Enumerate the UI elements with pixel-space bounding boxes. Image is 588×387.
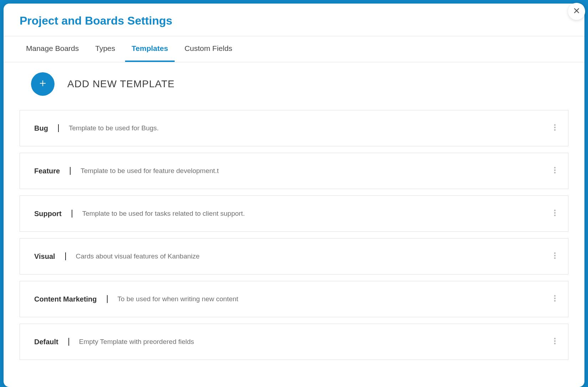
template-more-button[interactable] (550, 121, 559, 135)
template-more-button[interactable] (550, 249, 559, 263)
more-vertical-icon (554, 251, 556, 261)
more-vertical-icon (554, 123, 556, 133)
divider (65, 252, 66, 260)
template-row[interactable]: Bug Template to be used for Bugs. (20, 110, 568, 146)
svg-point-8 (554, 210, 556, 211)
more-vertical-icon (554, 294, 556, 304)
svg-point-14 (554, 295, 556, 297)
divider (68, 338, 69, 346)
tab-label: Custom Fields (185, 44, 232, 52)
template-description: Cards about visual features of Kanbanize (76, 252, 200, 260)
tab-custom-fields[interactable]: Custom Fields (178, 36, 239, 62)
template-info: Default Empty Template with preordered f… (34, 338, 194, 346)
tab-label: Manage Boards (26, 44, 79, 52)
divider (70, 167, 71, 175)
tab-label: Types (95, 44, 115, 52)
modal-title: Project and Boards Settings (20, 14, 568, 27)
more-vertical-icon (554, 166, 556, 176)
tab-types[interactable]: Types (89, 36, 122, 62)
template-info: Support Template to be used for tasks re… (34, 210, 245, 218)
template-more-button[interactable] (550, 206, 559, 221)
svg-point-16 (554, 300, 556, 302)
svg-point-13 (554, 257, 556, 259)
svg-point-7 (554, 172, 556, 173)
add-template-label: ADD NEW TEMPLATE (67, 78, 175, 90)
close-icon (573, 7, 581, 16)
svg-point-11 (554, 252, 556, 254)
template-info: Visual Cards about visual features of Ka… (34, 252, 200, 261)
template-info: Bug Template to be used for Bugs. (34, 124, 159, 132)
tab-label: Templates (131, 44, 168, 52)
tabs: Manage Boards Types Templates Custom Fie… (4, 36, 584, 62)
template-name: Default (34, 338, 58, 346)
templates-content: ADD NEW TEMPLATE Bug Template to be used… (4, 62, 584, 374)
template-row[interactable]: Support Template to be used for tasks re… (20, 195, 568, 232)
template-description: Template to be used for feature developm… (81, 167, 219, 175)
divider (58, 124, 59, 132)
settings-modal: Project and Boards Settings Manage Board… (4, 4, 584, 387)
template-more-button[interactable] (550, 164, 559, 178)
template-name: Support (34, 210, 62, 218)
svg-point-5 (554, 167, 556, 168)
template-description: Empty Template with preordered fields (79, 338, 194, 346)
template-name: Content Marketing (34, 295, 97, 303)
svg-point-15 (554, 298, 556, 299)
more-vertical-icon (554, 337, 556, 347)
template-list: Bug Template to be used for Bugs. Featur… (20, 110, 568, 360)
template-description: Template to be used for Bugs. (69, 124, 159, 132)
svg-point-9 (554, 212, 556, 214)
close-button[interactable] (568, 3, 585, 20)
divider (72, 210, 72, 218)
template-name: Feature (34, 167, 60, 175)
tab-templates[interactable]: Templates (125, 36, 174, 62)
template-row[interactable]: Visual Cards about visual features of Ka… (20, 238, 568, 274)
modal-header: Project and Boards Settings (4, 4, 584, 36)
svg-point-2 (554, 124, 556, 126)
svg-point-4 (554, 129, 556, 131)
template-info: Content Marketing To be used for when wr… (34, 295, 238, 303)
template-row[interactable]: Feature Template to be used for feature … (20, 153, 568, 189)
template-name: Bug (34, 124, 48, 132)
svg-point-17 (554, 338, 556, 339)
svg-point-6 (554, 169, 556, 171)
svg-point-12 (554, 255, 556, 256)
tab-manage-boards[interactable]: Manage Boards (20, 36, 85, 62)
svg-point-10 (554, 215, 556, 216)
plus-icon (38, 79, 47, 89)
svg-point-3 (554, 127, 556, 128)
template-info: Feature Template to be used for feature … (34, 167, 219, 175)
template-more-button[interactable] (550, 335, 559, 349)
more-vertical-icon (554, 209, 556, 219)
add-template-row: ADD NEW TEMPLATE (20, 72, 568, 96)
template-name: Visual (34, 252, 55, 261)
divider (107, 295, 108, 303)
template-more-button[interactable] (550, 292, 559, 306)
svg-point-18 (554, 340, 556, 342)
template-description: To be used for when writing new content (118, 295, 238, 303)
template-row[interactable]: Default Empty Template with preordered f… (20, 324, 568, 360)
add-template-button[interactable] (31, 72, 55, 96)
template-description: Template to be used for tasks related to… (82, 210, 245, 218)
template-row[interactable]: Content Marketing To be used for when wr… (20, 281, 568, 317)
svg-point-19 (554, 343, 556, 344)
